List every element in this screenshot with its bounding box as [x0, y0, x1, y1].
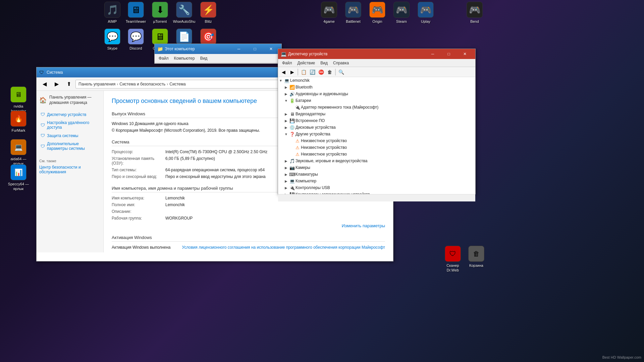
- tree-item-unknown-3[interactable]: ▶ ⚠ Неизвестное устройство: [278, 151, 475, 158]
- devmgr-update-btn[interactable]: 🔄: [308, 68, 316, 76]
- explorer-maximize-btn[interactable]: □: [247, 44, 263, 54]
- activation-section: Активация Windows Активация Windows выпо…: [112, 235, 385, 252]
- see-also-label: См. также: [39, 159, 101, 163]
- tree-item-batteries[interactable]: ▼ 🔋 Батареи: [278, 97, 475, 104]
- arrow-keyboards: ▶: [283, 172, 289, 177]
- arrow-usb: ▶: [283, 185, 289, 190]
- desktop-icon-battlenet[interactable]: 🎮 Battlenet: [340, 2, 367, 24]
- devmgr-title-icon: 💻: [281, 51, 286, 57]
- desktop-icon-4game[interactable]: 🎮 4game: [316, 2, 342, 24]
- devmgr-menu-help[interactable]: Справка: [330, 60, 352, 66]
- desktop-icon-utorrent[interactable]: ⬇ µTorrent: [147, 2, 173, 24]
- tree-item-cameras[interactable]: ▶ 📷 Камеры: [278, 164, 475, 171]
- tree-item-lemonchik[interactable]: ▼ 💻 Lemonchik: [278, 77, 475, 84]
- devmgr-forward-btn[interactable]: ▶: [288, 68, 296, 76]
- desktop-icon-speccy64[interactable]: 📊 Speccy64 —ярлык: [5, 164, 32, 191]
- tree-item-usb[interactable]: ▶ 🔌 Контроллеры USB: [278, 184, 475, 191]
- desktop-icon-uplay[interactable]: 🎮 Uplay: [412, 2, 439, 24]
- tree-item-sound[interactable]: ▶ 🎵 Звуковые, игровые и видеоустройства: [278, 158, 475, 164]
- explorer-window-controls: ─ □ ✕: [231, 44, 279, 54]
- toolbar-separator-2: [335, 69, 336, 75]
- tree-item-storage[interactable]: ▶ 💾 Контроллеры запоминающих устройств: [278, 191, 475, 194]
- icon-keyboards: ⌨: [289, 172, 295, 177]
- desktop-icon-blitz[interactable]: ⚡ Blitz: [195, 2, 222, 24]
- devmgr-minimize-btn[interactable]: ─: [425, 49, 440, 59]
- devmgr-disable-btn[interactable]: ⛔: [317, 68, 325, 76]
- devmgr-menu-action[interactable]: Действие: [295, 60, 318, 66]
- desktop-icon-skype[interactable]: 💬 Skype: [99, 28, 126, 51]
- devmgr-menu-file[interactable]: Файл: [279, 60, 295, 66]
- breadcrumb-system[interactable]: Система: [169, 82, 185, 86]
- explorer-minimize-btn[interactable]: ─: [231, 44, 247, 54]
- desktop-icon-aimp[interactable]: 🎵 AIMP: [99, 2, 126, 24]
- tree-item-keyboards[interactable]: ▶ ⌨ Клавиатуры: [278, 171, 475, 178]
- sidebar-system-protection[interactable]: 🛡 Защита системы: [39, 132, 101, 139]
- forward-btn[interactable]: ▶: [51, 79, 62, 89]
- breadcrumb-security[interactable]: Система и безопасность: [119, 82, 165, 86]
- up-btn[interactable]: ⬆: [63, 79, 74, 89]
- devmgr-toolbar: ◀ ▶ 📋 🔄 ⛔ 🗑 🔍: [278, 67, 475, 77]
- shield-icon-2: 🛡: [41, 123, 45, 128]
- sidebar-advanced-params[interactable]: 🛡 Дополнительные параметры системы: [39, 140, 101, 152]
- tree-item-audio[interactable]: ▶ 🔊 Аудиовходы и аудиовыходы: [278, 90, 475, 97]
- activation-license-link[interactable]: Условия лицензионного соглашения на испо…: [182, 245, 385, 250]
- arrow-disk: ▶: [283, 125, 289, 130]
- tree-item-videoadapters[interactable]: ▶ 🖥 Видеоадаптеры: [278, 111, 475, 117]
- explorer-menu-file[interactable]: Файл: [156, 55, 171, 62]
- devmgr-tree: ▼ 💻 Lemonchik ▶ 📶 Bluetooth ▶ 🔊 Аудиовхо…: [278, 77, 475, 194]
- change-params-link[interactable]: Изменить параметры: [342, 223, 385, 228]
- home-icon: 🏠: [39, 97, 47, 104]
- tree-item-other-devices[interactable]: ▼ ❓ Другие устройства: [278, 131, 475, 137]
- change-key-link[interactable]: 🛡 Изменить ключ продукта: [333, 252, 385, 252]
- devmgr-uninstall-btn[interactable]: 🗑: [326, 68, 334, 76]
- tree-item-diskdrives[interactable]: ▶ 💿 Дисковые устройства: [278, 124, 475, 131]
- tree-item-firmware[interactable]: ▶ 💾 Встроенное ПО: [278, 117, 475, 124]
- desktop-icon-nvidia-inspector[interactable]: 🖥 nvidiaInspector: [5, 86, 32, 114]
- desktop-icon-furmark[interactable]: 🔥 FurMark: [5, 111, 32, 133]
- tree-item-ac-adapter[interactable]: ▶ 🔌 Адаптер переменного тока (Майкрософт…: [278, 104, 475, 111]
- back-btn[interactable]: ◀: [39, 79, 50, 89]
- devmgr-scan-btn[interactable]: 🔍: [337, 68, 345, 76]
- devmgr-close-btn[interactable]: ✕: [457, 49, 473, 59]
- arrow-bluetooth: ▶: [283, 84, 289, 90]
- explorer-menubar: Файл Компьютер Вид: [155, 54, 281, 63]
- desktop-icon-discord[interactable]: 💬 Discord: [122, 28, 149, 51]
- desktop-icon-aida64[interactable]: 💻 aida64 —ярлык: [5, 139, 32, 166]
- system-sidebar: 🏠 Панель управления — домашняя страница …: [37, 91, 104, 252]
- arrow-cameras: ▶: [283, 165, 289, 170]
- icon-ac: 🔌: [295, 105, 300, 110]
- sidebar-home[interactable]: 🏠 Панель управления — домашняя страница: [39, 95, 101, 105]
- devmgr-maximize-btn[interactable]: □: [441, 49, 457, 59]
- explorer-menu-computer[interactable]: Компьютер: [171, 55, 198, 62]
- tree-item-unknown-2[interactable]: ▶ ⚠ Неизвестное устройство: [278, 144, 475, 151]
- explorer-title-icon: 📁: [157, 46, 163, 52]
- icon-lemonchik: 💻: [284, 78, 289, 83]
- breadcrumb-panel[interactable]: Панель управления: [78, 82, 115, 86]
- tree-item-unknown-1[interactable]: ▶ ⚠ Неизвестное устройство: [278, 137, 475, 144]
- devmgr-titlebar: 💻 Диспетчер устройств ─ □ ✕: [278, 49, 475, 59]
- devmgr-properties-btn[interactable]: 📋: [300, 68, 308, 76]
- desktop-icon-korzina[interactable]: 🗑 Корзина: [463, 246, 490, 268]
- desktop-icon-wiseautoshu[interactable]: 🔧 WiseAutoShu: [171, 2, 198, 24]
- arrow-sound: ▶: [283, 158, 289, 164]
- desktop-icon-teamviewer[interactable]: 🖥 TeamViewer: [122, 2, 149, 24]
- desktop-icon-steam[interactable]: 🎮 Steam: [388, 2, 415, 24]
- icon-sound: 🎵: [289, 158, 295, 164]
- desktop-icon-origin[interactable]: 🎮 Origin: [364, 2, 391, 24]
- tree-item-computer[interactable]: ▶ 💻 Компьютер: [278, 178, 475, 184]
- explorer-menu-view[interactable]: Вид: [198, 55, 210, 62]
- tree-item-bluetooth[interactable]: ▶ 📶 Bluetooth: [278, 84, 475, 90]
- arrow-lemonchik: ▼: [278, 78, 283, 83]
- explorer-window: 📁 Этот компьютер ─ □ ✕ Файл Компьютер Ви…: [154, 44, 282, 64]
- desktop-icon-bend[interactable]: 🎮 Bend: [461, 2, 488, 24]
- shield-icon-3: 🛡: [41, 133, 45, 138]
- devmgr-menu-view[interactable]: Вид: [318, 60, 330, 66]
- sidebar-remote-access[interactable]: 🛡 Настройка удалённого доступа: [39, 119, 101, 131]
- explorer-close-btn[interactable]: ✕: [263, 44, 279, 54]
- toolbar-separator: [298, 69, 298, 75]
- sidebar-device-manager[interactable]: 🛡 Диспетчер устройств: [39, 111, 101, 118]
- devmgr-back-btn[interactable]: ◀: [279, 68, 287, 76]
- sidebar-security-center[interactable]: Центр безопасности и обслуживания: [39, 165, 101, 174]
- shield-key-icon: 🛡: [333, 252, 337, 252]
- desktop-icon-drweb[interactable]: 🛡 СканерDr.Web: [439, 246, 466, 273]
